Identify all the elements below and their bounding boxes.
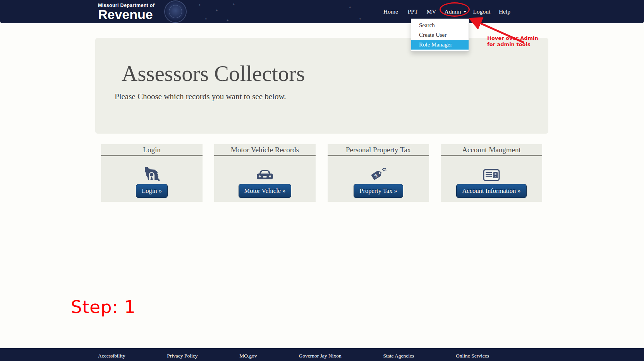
footer-link-privacy-policy[interactable]: Privacy Policy — [167, 353, 197, 359]
footer-link-accessibility[interactable]: Accessibility — [98, 353, 125, 359]
page-title: Assessors Collectors — [122, 62, 548, 85]
star-icon: ✦ — [204, 17, 208, 21]
star-icon: ✦ — [349, 5, 352, 9]
admin-dropdown-menu: Search Create User Role Manager — [411, 19, 469, 52]
missouri-person-icon — [143, 166, 161, 181]
login-button[interactable]: Login » — [136, 184, 168, 198]
brand-revenue-text: Revenue — [98, 8, 155, 21]
revenue-logo[interactable]: Missouri Department of Revenue — [98, 3, 155, 21]
footer-link-mo-gov[interactable]: MO.gov — [239, 353, 257, 359]
star-icon: ✦ — [232, 2, 235, 6]
footer-link-governor[interactable]: Governor Jay Nixon — [299, 353, 341, 359]
hover-admin-annotation: Hover over Admin for admin tools — [487, 35, 538, 48]
missouri-seal-icon — [164, 0, 187, 23]
footer-link-state-agencies[interactable]: State Agencies — [383, 353, 414, 359]
dropdown-item-create-user[interactable]: Create User — [411, 30, 469, 40]
star-icon: ✦ — [215, 9, 218, 12]
nav-item-home[interactable]: Home — [383, 0, 398, 23]
dropdown-item-search[interactable]: Search — [411, 21, 469, 30]
nav-item-logout[interactable]: Logout — [473, 0, 491, 23]
footer-link-online-services[interactable]: Online Services — [456, 353, 489, 359]
account-information-button[interactable]: Account Information » — [456, 184, 526, 198]
panel-motor-vehicle-title: Motor Vehicle Records — [214, 144, 316, 156]
panel-login: Login Login » — [101, 144, 203, 202]
dropdown-item-role-manager[interactable]: Role Manager — [411, 40, 469, 50]
step-label: Step: 1 — [71, 297, 136, 317]
panel-property-tax-title: Personal Property Tax — [328, 144, 429, 156]
jumbotron: Assessors Collectors Please Choose which… — [95, 38, 548, 134]
star-icon: ✦ — [359, 17, 362, 21]
star-icon: ✦ — [198, 3, 201, 7]
car-icon — [256, 166, 274, 181]
panel-motor-vehicle: Motor Vehicle Records Motor Vehicle » — [214, 144, 316, 202]
panel-property-tax: Personal Property Tax $ Property Tax » — [328, 144, 429, 202]
motor-vehicle-button[interactable]: Motor Vehicle » — [239, 184, 292, 198]
property-tax-button[interactable]: Property Tax » — [354, 184, 403, 198]
id-card-icon — [483, 166, 500, 181]
star-icon: ✦ — [226, 19, 229, 22]
page-subtitle: Please Choose which records you want to … — [115, 92, 548, 101]
caret-down-icon — [464, 11, 467, 13]
price-tag-icon: $ — [369, 166, 388, 181]
top-navbar: Missouri Department of Revenue ✦ ✦ ✦ ✦ ✦… — [0, 0, 644, 23]
panel-account-management: Account Mangment Account Information » — [441, 144, 542, 202]
footer: Accessibility Privacy Policy MO.gov Gove… — [0, 348, 644, 361]
nav-item-help[interactable]: Help — [499, 0, 510, 23]
panel-account-management-title: Account Mangment — [441, 144, 542, 156]
panel-login-title: Login — [101, 144, 203, 156]
